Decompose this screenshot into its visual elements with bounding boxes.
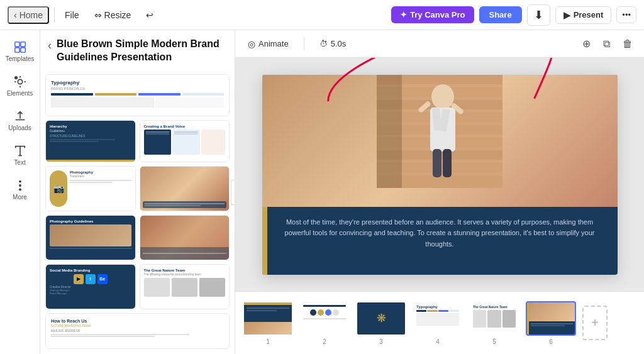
uploads-icon (13, 109, 27, 123)
main-layout: Templates Elements Uploads Text Mor (0, 30, 644, 354)
filmstrip-num-3: 3 (379, 338, 383, 345)
sidebar-item-text[interactable]: Text (3, 139, 38, 171)
filmstrip-slide-box-5: The Great Nature Team (469, 301, 519, 336)
main-slide[interactable]: Most of the time, they're presented befo… (262, 75, 618, 275)
filmstrip-num-1: 1 (266, 338, 270, 345)
share-label: Share (489, 10, 512, 19)
panel-title: Blue Brown Simple Modern Brand Guideline… (57, 38, 227, 64)
svg-rect-25 (433, 149, 441, 177)
top-bar: ‹ Home File ⇔ Resize ↩ ✦ Try Canva Pro S… (0, 0, 644, 30)
sidebar-item-templates[interactable]: Templates (3, 35, 38, 67)
svg-rect-2 (14, 48, 19, 52)
template-thumb-photography-img[interactable] (140, 166, 230, 211)
svg-rect-0 (14, 42, 19, 47)
svg-point-6 (19, 180, 20, 182)
sidebar-item-uploads[interactable]: Uploads (3, 104, 38, 136)
try-pro-button[interactable]: ✦ Try Canva Pro (391, 6, 474, 23)
undo-icon: ↩ (146, 10, 153, 20)
svg-rect-3 (20, 48, 25, 52)
templates-icon (13, 40, 27, 54)
resize-icon: ⇔ (94, 10, 102, 20)
file-label: File (65, 10, 79, 20)
delete-page-button[interactable]: 🗑 (619, 35, 636, 52)
template-thumb-how-to-reach[interactable]: How to Reach Us NATURE BRANDING TEAM MAI… (45, 313, 230, 349)
filmstrip-slide-4[interactable]: Typography 4 (413, 301, 463, 345)
person-illustration (333, 75, 547, 188)
toolbar-divider (304, 38, 304, 50)
filmstrip: 1 2 (235, 291, 644, 354)
svg-point-8 (19, 189, 20, 190)
duplicate-page-button[interactable]: ⧉ (599, 35, 614, 52)
undo-button[interactable]: ↩ (141, 8, 158, 23)
template-thumb-photography-treatment[interactable]: 📷 Photography Treatment (45, 166, 136, 211)
top-bar-right: ✦ Try Canva Pro Share ⬇ ▶ Present ••• (391, 4, 636, 26)
slide-body-text: Most of the time, they're presented befo… (281, 217, 599, 250)
share-button[interactable]: Share (479, 6, 522, 23)
svg-rect-27 (377, 75, 402, 188)
home-button[interactable]: ‹ Home (8, 6, 49, 24)
panel-header: ‹ Blue Brown Simple Modern Brand Guideli… (40, 30, 235, 69)
template-thumb-brand-voice[interactable]: Creating a Brand Voice (140, 120, 230, 162)
templates-label: Templates (6, 55, 35, 62)
template-thumb-hierarchy[interactable]: Hierarchy Guidelines STRUCTURE GUIDELINE… (45, 120, 136, 162)
slide-container: Most of the time, they're presented befo… (235, 58, 644, 291)
filmstrip-slide-2[interactable]: 2 (299, 301, 350, 345)
add-icon: + (591, 316, 599, 330)
try-pro-label: Try Canva Pro (410, 10, 465, 19)
home-label: Home (19, 10, 43, 20)
more-options-button[interactable]: ••• (616, 6, 636, 23)
star-icon: ✦ (400, 10, 407, 19)
filmstrip-num-6: 6 (549, 338, 553, 345)
duration-button[interactable]: ⏱ 5.0s (314, 36, 352, 51)
divider (54, 8, 55, 23)
sidebar-icons: Templates Elements Uploads Text Mor (0, 30, 40, 354)
template-thumb-social-media[interactable]: Social Media Branding ▶ t Be Creative Di… (45, 264, 136, 309)
panel-collapse-button[interactable]: ‹ (231, 180, 235, 205)
back-button[interactable]: ‹ (48, 38, 52, 52)
more-label: More (13, 194, 27, 201)
animate-icon: ◎ (248, 39, 255, 49)
template-thumb-photo-guidelines-2[interactable] (140, 215, 230, 260)
duplicate-icon: ⧉ (603, 38, 610, 49)
svg-point-7 (19, 185, 20, 186)
present-icon: ▶ (564, 10, 570, 20)
template-thumb-great-nature-team[interactable]: The Great Nature Team The following show… (140, 264, 230, 309)
sidebar-item-more[interactable]: More (3, 174, 38, 206)
canvas-toolbar: ◎ Animate ⏱ 5.0s ⊕ ⧉ 🗑 (235, 30, 644, 58)
more-sidebar-icon (13, 179, 27, 192)
elements-label: Elements (7, 90, 33, 97)
clock-icon: ⏱ (319, 39, 328, 48)
filmstrip-slide-box-6 (526, 301, 576, 336)
present-button[interactable]: ▶ Present (555, 6, 612, 24)
filmstrip-slide-6[interactable]: 6 (526, 301, 576, 345)
file-button[interactable]: File (60, 8, 84, 23)
animate-label: Animate (258, 39, 289, 48)
svg-point-19 (431, 84, 454, 109)
filmstrip-slide-box-2 (299, 301, 350, 336)
svg-rect-26 (443, 149, 452, 177)
resize-button[interactable]: ⇔ Resize (89, 8, 136, 23)
download-button[interactable]: ⬇ (527, 4, 550, 26)
sidebar-item-elements[interactable]: Elements (3, 70, 38, 102)
templates-grid: Typography BRAND PRINCIPLES (40, 69, 235, 354)
filmstrip-slide-1[interactable]: 1 (243, 301, 293, 345)
slide-photo (262, 75, 618, 207)
svg-rect-1 (20, 42, 25, 47)
slide-text-area: Most of the time, they're presented befo… (262, 207, 618, 260)
filmstrip-num-5: 5 (492, 338, 496, 345)
slide-image-area (262, 75, 618, 207)
toolbar-right: ⊕ ⧉ 🗑 (579, 35, 636, 52)
filmstrip-slide-box-4: Typography (413, 301, 463, 336)
add-page-icon: ⊕ (582, 38, 591, 49)
template-thumb-typography[interactable]: Typography BRAND PRINCIPLES (45, 74, 230, 116)
filmstrip-slide-5[interactable]: The Great Nature Team 5 (469, 301, 519, 345)
add-slide-button[interactable]: + (582, 306, 608, 340)
template-thumb-photo-guidelines[interactable]: Photography Guidelines (45, 215, 136, 260)
filmstrip-num-2: 2 (323, 338, 326, 345)
animate-button[interactable]: ◎ Animate (243, 36, 294, 52)
add-page-button[interactable]: ⊕ (579, 35, 594, 52)
elements-icon (13, 75, 27, 89)
uploads-label: Uploads (8, 124, 31, 131)
filmstrip-slide-3[interactable]: ❋ 3 (356, 301, 406, 345)
svg-point-5 (14, 77, 17, 79)
